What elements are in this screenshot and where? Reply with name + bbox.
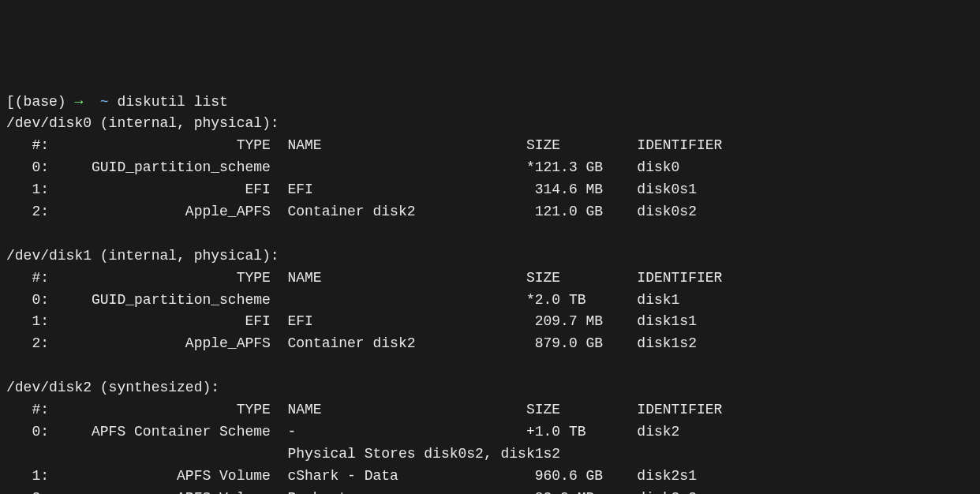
table-row: 1: APFS Volume cShark - Data 960.6 GB di… xyxy=(6,466,974,488)
prompt-arrow-icon: → xyxy=(74,94,83,110)
prompt-line[interactable]: [(base) → ~ diskutil list xyxy=(6,92,974,114)
table-row: 1: EFI EFI 209.7 MB disk1s1 xyxy=(6,311,974,333)
command-text: diskutil list xyxy=(117,94,227,110)
table-row: 2: APFS Volume Preboot 82.0 MB disk2s2 xyxy=(6,488,974,494)
prompt-cwd: ~ xyxy=(100,94,109,110)
blank-line xyxy=(6,355,974,377)
terminal-output[interactable]: [(base) → ~ diskutil list/dev/disk0 (int… xyxy=(6,92,974,494)
table-row: 2: Apple_APFS Container disk2 121.0 GB d… xyxy=(6,201,974,223)
disk-header: /dev/disk2 (synthesized): xyxy=(6,377,974,399)
table-row: 1: EFI EFI 314.6 MB disk0s1 xyxy=(6,179,974,201)
table-row: 0: GUID_partition_scheme *2.0 TB disk1 xyxy=(6,290,974,312)
column-header: #: TYPE NAME SIZE IDENTIFIER xyxy=(6,399,974,421)
table-row: 0: GUID_partition_scheme *121.3 GB disk0 xyxy=(6,157,974,179)
column-header: #: TYPE NAME SIZE IDENTIFIER xyxy=(6,268,974,290)
disk-header: /dev/disk0 (internal, physical): xyxy=(6,113,974,135)
prompt-bracket: [ xyxy=(6,94,15,110)
prompt-env: (base) xyxy=(15,94,66,110)
blank-line xyxy=(6,223,974,245)
disk-header: /dev/disk1 (internal, physical): xyxy=(6,245,974,268)
table-row: 0: APFS Container Scheme - +1.0 TB disk2 xyxy=(6,421,974,443)
column-header: #: TYPE NAME SIZE IDENTIFIER xyxy=(6,135,974,157)
table-row: Physical Stores disk0s2, disk1s2 xyxy=(6,443,974,466)
table-row: 2: Apple_APFS Container disk2 879.0 GB d… xyxy=(6,333,974,355)
